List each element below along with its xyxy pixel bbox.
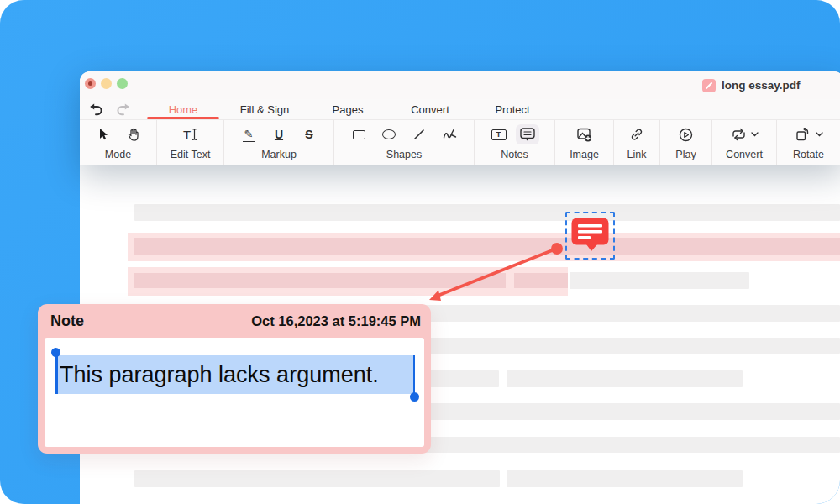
close-button[interactable] [85,78,96,89]
image-icon [577,128,592,142]
toolbar-group-convert: Convert [712,120,777,165]
undo-button[interactable] [87,101,105,118]
toolbar-group-label: Image [570,149,599,160]
underline-button[interactable]: U [270,124,287,144]
rotate-tool-button[interactable] [795,124,811,144]
skeleton-line [134,204,840,221]
text-box-tool-button[interactable]: T [491,124,507,144]
skeleton-line [570,272,749,289]
selected-text-highlight[interactable]: This paragraph lacks argument. [56,355,414,394]
note-timestamp: Oct 16,2023 at 5:19:45 PM [251,313,421,329]
convert-icon [731,128,747,141]
note-text[interactable]: This paragraph lacks argument. [60,362,379,388]
highlighted-text-line [134,273,506,288]
redo-icon [116,103,130,116]
ellipse-icon [382,129,396,139]
line-icon [413,129,425,140]
toolbar-group-link: Link [614,120,660,165]
window-controls [85,78,128,89]
edit-text-icon: T [183,128,191,142]
toolbar-group-label: Shapes [386,149,422,160]
text-cursor-icon [192,128,197,141]
toolbar-group-label: Convert [726,149,763,160]
note-popup-title: Note [50,312,84,330]
toolbar-group-label: Play [675,149,696,160]
toolbar-group-label: Notes [501,149,528,160]
selection-end-caret[interactable] [413,355,416,394]
rotate-icon [795,128,810,142]
note-text-area[interactable]: This paragraph lacks argument. [45,338,424,447]
pdf-file-icon [702,79,716,92]
toolbar-group-label: Markup [261,149,297,160]
underline-icon: U [275,128,283,141]
highlighted-text-line [134,238,840,255]
hand-tool-button[interactable] [125,124,142,144]
toolbar-group-label: Rotate [793,149,824,160]
freehand-icon [443,129,457,140]
rectangle-icon [353,130,365,139]
tab-pages[interactable]: Pages [333,99,364,120]
zoom-button[interactable] [117,78,128,89]
toolbar-group-label: Link [627,149,647,160]
line-tool-button[interactable] [411,124,428,144]
toolbar-group-edit-text: T Edit Text [157,120,224,165]
text-box-icon: T [491,129,507,140]
note-popup[interactable]: Note Oct 16,2023 at 5:19:45 PM This para… [38,304,431,454]
toolbar-group-markup: ✎ U S Markup [224,120,334,165]
highlighter-button[interactable]: ✎ [240,124,257,144]
strikethrough-button[interactable]: S [301,124,318,144]
toolbar-group-rotate: Rotate [777,120,840,165]
selection-end-handle[interactable] [410,392,419,402]
note-popup-header: Note Oct 16,2023 at 5:19:45 PM [38,304,431,338]
chevron-down-icon [816,132,823,137]
comment-annotation-icon[interactable] [571,218,609,252]
strikethrough-icon: S [305,128,312,141]
pointer-tool-button[interactable] [95,124,112,144]
tab-convert[interactable]: Convert [411,99,449,120]
skeleton-line [507,470,743,487]
redo-button[interactable] [113,101,132,118]
freehand-tool-button[interactable] [441,124,458,144]
play-tool-button[interactable] [678,124,695,144]
rectangle-tool-button[interactable] [350,124,367,144]
cursor-icon [97,128,109,141]
toolbar-group-mode: Mode [80,120,157,165]
comment-icon [520,128,535,141]
comment-annotation-selection[interactable] [565,212,615,260]
selection-start-handle[interactable] [51,348,60,357]
app-frame: long essay.pdf Home Fill & Sign Pages Co… [0,0,840,504]
undo-icon [89,103,103,116]
convert-tool-button[interactable] [730,124,747,144]
hand-icon [127,128,140,142]
link-icon [630,128,643,141]
toolbar: Mode T Edit Text ✎ U S Markup [80,120,840,165]
active-tab-indicator [147,117,219,119]
image-tool-button[interactable] [576,124,593,144]
skeleton-line [507,370,743,387]
toolbar-group-image: Image [555,120,614,165]
toolbar-group-label: Edit Text [171,149,211,160]
chevron-down-icon [751,132,759,137]
minimize-button[interactable] [101,78,112,89]
toolbar-group-play: Play [660,120,712,165]
toolbar-group-notes: T Notes [475,120,555,165]
tab-fill-sign[interactable]: Fill & Sign [240,99,290,120]
document-title: long essay.pdf [722,79,801,92]
skeleton-line [134,470,500,487]
play-icon [679,128,693,142]
toolbar-group-shapes: Shapes [334,120,475,165]
selection-start-caret[interactable] [55,355,58,394]
toolbar-group-label: Mode [105,149,131,160]
highlighter-icon: ✎ [243,128,255,142]
note-tool-button-active[interactable] [516,124,539,144]
ellipse-tool-button[interactable] [381,124,397,144]
link-tool-button[interactable] [628,124,645,144]
edit-text-button[interactable]: T [182,124,199,144]
tab-bar: Home Fill & Sign Pages Convert Protect [80,99,840,120]
highlighted-text-line [514,273,568,288]
tab-protect[interactable]: Protect [495,99,529,120]
